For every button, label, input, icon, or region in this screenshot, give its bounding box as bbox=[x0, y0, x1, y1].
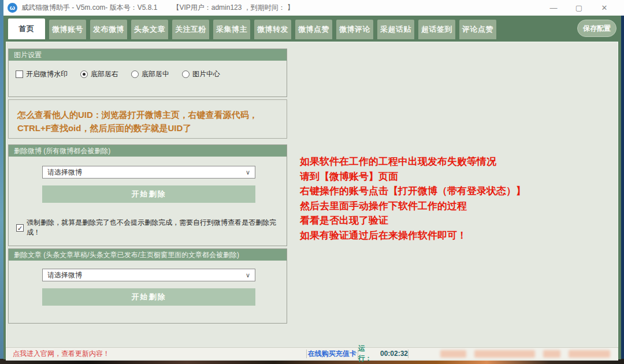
tab-weibo-like[interactable]: 微博点赞 bbox=[295, 20, 332, 39]
delete-weibo-start-button[interactable]: 开始删除 bbox=[42, 185, 255, 203]
force-delete-checkbox[interactable]: ✓ bbox=[16, 224, 24, 232]
radio-image-center-icon bbox=[182, 70, 190, 78]
redacted-blur bbox=[569, 350, 610, 358]
radio-bottom-center-label: 底部居中 bbox=[142, 69, 169, 79]
uid-tip-box: 怎么查看他人的UID：浏览器打开微博主页，右键查看源代码， CTRL+F查找oi… bbox=[8, 99, 287, 139]
delete-weibo-group: 删除微博 (所有微博都会被删除) 请选择微博 ∨ 开始删除 ✓ 强制删除，就算是… bbox=[8, 144, 287, 246]
app-frame: 首页 微博账号 发布微博 头条文章 关注互粉 采集博主 微博转发 微博点赞 微博… bbox=[3, 16, 621, 359]
chevron-down-icon: ∨ bbox=[246, 269, 250, 281]
force-delete-label: 强制删除，就算是删除完了也不会提示删除完成，需要自行到微博查看是否删除完成！ bbox=[27, 218, 287, 237]
radio-bottom-right[interactable]: 底部居右 bbox=[80, 69, 118, 79]
redacted-blur bbox=[543, 350, 560, 358]
image-settings-group: 图片设置 开启微博水印 底部居右 底部居中 bbox=[8, 49, 287, 97]
watermark-checkbox[interactable] bbox=[16, 70, 23, 78]
delete-article-start-button[interactable]: 开始删除 bbox=[42, 288, 255, 306]
minimize-button[interactable]: — bbox=[541, 1, 566, 16]
window-controls: — ▢ ✕ bbox=[541, 1, 617, 16]
tab-weibo-accounts[interactable]: 微博账号 bbox=[49, 20, 86, 39]
runtime-value: 00:02:32 bbox=[380, 350, 408, 358]
titlebar: ω 威武猫微博助手 - V5m.com- 版本号：V5.8.1 【VIP用户：a… bbox=[3, 0, 624, 16]
notice-line: 请到【微博账号】页面 bbox=[300, 169, 615, 184]
runtime-status: 运行： 00:02:32 bbox=[358, 348, 408, 359]
status-bar: 点我进入官网，查看更新内容！ 在线购买充值卡 运行： 00:02:32 bbox=[6, 347, 618, 359]
delete-article-group: 删除文章 (头条文章草稿/头条文章已发布/主页橱窗里面的文章都会被删除) 请选择… bbox=[8, 248, 287, 324]
redacted-blur bbox=[440, 350, 466, 358]
tab-follow-mutual[interactable]: 关注互粉 bbox=[172, 20, 209, 39]
image-settings-header: 图片设置 bbox=[9, 49, 287, 61]
main-content: 图片设置 开启微博水印 底部居右 底部居中 bbox=[6, 42, 618, 361]
delete-article-account-select[interactable]: 请选择微博 ∨ bbox=[42, 269, 255, 281]
force-delete-row: ✓ 强制删除，就算是删除完了也不会提示删除完成，需要自行到微博查看是否删除完成！ bbox=[16, 218, 287, 237]
notice-line: 看看是否出现了验证 bbox=[300, 213, 615, 228]
maximize-button[interactable]: ▢ bbox=[566, 1, 592, 16]
delete-weibo-header: 删除微博 (所有微博都会被删除) bbox=[9, 145, 287, 157]
desktop-screen: ω 威武猫微博助手 - V5m.com- 版本号：V5.8.1 【VIP用户：a… bbox=[0, 0, 624, 364]
tab-collect-bloggers[interactable]: 采集博主 bbox=[213, 20, 250, 39]
uid-tip-line2: CTRL+F查找oid，然后后面的数字就是UID了 bbox=[17, 121, 287, 135]
tab-weibo-comment[interactable]: 微博评论 bbox=[336, 20, 373, 39]
chevron-down-icon: ∨ bbox=[246, 166, 250, 178]
notice-line: 如果有验证通过后在来操作软件即可！ bbox=[300, 228, 615, 243]
delete-weibo-select-value: 请选择微博 bbox=[47, 168, 82, 176]
left-column: 图片设置 开启微博水印 底部居右 底部居中 bbox=[8, 49, 287, 326]
tab-toutiao-article[interactable]: 头条文章 bbox=[131, 20, 168, 39]
delete-article-select-value: 请选择微博 bbox=[47, 271, 82, 279]
tab-comment-like[interactable]: 评论点赞 bbox=[459, 20, 496, 39]
watermark-controls-row: 开启微博水印 底部居右 底部居中 图片中心 bbox=[16, 69, 287, 79]
buy-recharge-card-link[interactable]: 在线购买充值卡 bbox=[307, 348, 358, 359]
radio-bottom-center-icon bbox=[131, 70, 139, 78]
notice-line: 右键操作的账号点击【打开微博（带有登录状态）】 bbox=[300, 184, 615, 199]
tab-bar: 首页 微博账号 发布微博 头条文章 关注互粉 采集博主 微博转发 微博点赞 微博… bbox=[3, 16, 621, 39]
tab-home[interactable]: 首页 bbox=[8, 18, 45, 39]
tab-weibo-repost[interactable]: 微博转发 bbox=[254, 20, 291, 39]
notice-line: 如果软件在工作的工程中出现发布失败等情况 bbox=[300, 154, 615, 169]
official-site-link[interactable]: 点我进入官网，查看更新内容！ bbox=[6, 348, 306, 359]
wallpaper-right-edge bbox=[621, 16, 624, 359]
vip-user-info: 【VIP用户：admin123 ，到期时间： 】 bbox=[172, 3, 294, 13]
tab-supertopic-checkin[interactable]: 超话签到 bbox=[418, 20, 455, 39]
tab-collect-supertopic-posts[interactable]: 采超话贴 bbox=[377, 20, 414, 39]
window-title: 威武猫微博助手 - V5m.com- 版本号：V5.8.1 bbox=[21, 3, 157, 13]
image-settings-body: 开启微博水印 底部居右 底部居中 图片中心 bbox=[9, 61, 287, 96]
redacted-status-area bbox=[408, 348, 618, 359]
radio-bottom-center[interactable]: 底部居中 bbox=[131, 69, 169, 79]
radio-image-center[interactable]: 图片中心 bbox=[182, 69, 220, 79]
redacted-blur bbox=[474, 350, 535, 358]
delete-weibo-body: 请选择微博 ∨ 开始删除 ✓ 强制删除，就算是删除完了也不会提示删除完成，需要自… bbox=[9, 157, 287, 246]
radio-image-center-label: 图片中心 bbox=[192, 69, 220, 79]
delete-article-header: 删除文章 (头条文章草稿/头条文章已发布/主页橱窗里面的文章都会被删除) bbox=[9, 249, 287, 261]
delete-weibo-account-select[interactable]: 请选择微博 ∨ bbox=[42, 166, 255, 179]
troubleshooting-notice: 如果软件在工作的工程中出现发布失败等情况 请到【微博账号】页面 右键操作的账号点… bbox=[300, 154, 615, 243]
watermark-checkbox-label: 开启微博水印 bbox=[26, 69, 68, 79]
runtime-label: 运行： bbox=[358, 344, 378, 363]
save-config-button[interactable]: 保存配置 bbox=[577, 20, 616, 37]
radio-bottom-right-label: 底部居右 bbox=[91, 69, 118, 79]
delete-article-body: 请选择微博 ∨ 开始删除 bbox=[9, 261, 287, 323]
uid-tip-line1: 怎么查看他人的UID：浏览器打开微博主页，右键查看源代码， bbox=[17, 108, 287, 121]
notice-line: 然后去里面手动操作下软件工作的过程 bbox=[300, 199, 615, 214]
app-logo-icon: ω bbox=[8, 3, 17, 13]
close-button[interactable]: ✕ bbox=[592, 1, 617, 16]
tab-publish-weibo[interactable]: 发布微博 bbox=[90, 20, 127, 39]
radio-bottom-right-icon bbox=[80, 70, 88, 78]
